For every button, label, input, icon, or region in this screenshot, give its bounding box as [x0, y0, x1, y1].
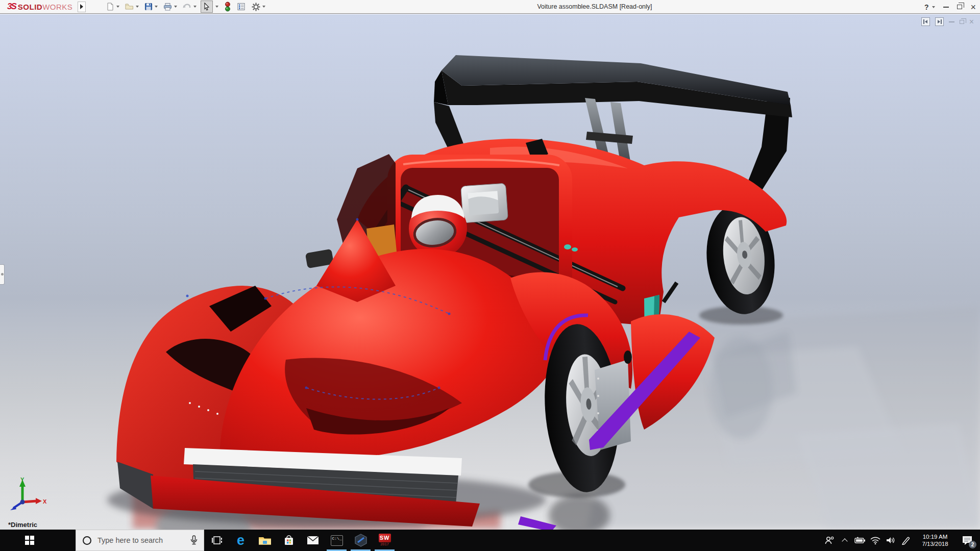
windows-taskbar: Type here to search e	[0, 530, 980, 551]
options-button[interactable]	[250, 1, 266, 13]
file-explorer-button[interactable]	[253, 530, 277, 551]
people-button[interactable]	[822, 536, 837, 545]
options-gear-icon	[251, 2, 261, 12]
orientation-triad: Y X	[7, 477, 48, 516]
save-icon	[144, 2, 153, 11]
command-prompt-icon: C:\_	[331, 535, 343, 546]
print-dropdown-caret[interactable]	[174, 6, 177, 8]
solidworks-logo: 3S SOLID WORKS	[7, 2, 72, 12]
clock-time: 10:19 AM	[917, 533, 953, 540]
graphics-viewport[interactable]: × Y X *Dimetric	[0, 14, 980, 530]
pane-left-button[interactable]	[921, 17, 930, 26]
file-properties-button[interactable]	[235, 1, 247, 13]
doc-close-button[interactable]: ×	[969, 18, 974, 26]
help-label: ?	[924, 3, 929, 11]
undo-button[interactable]	[181, 1, 198, 13]
volume-button[interactable]	[883, 536, 898, 544]
speaker-icon	[886, 536, 896, 544]
doc-restore-button[interactable]	[960, 20, 964, 24]
solidworks-2017-icon: SW 2017	[378, 534, 391, 547]
task-view-button[interactable]	[205, 530, 229, 551]
battery-button[interactable]	[852, 537, 868, 544]
tray-overflow-button[interactable]	[837, 537, 852, 543]
rear-view-mirror	[461, 183, 508, 223]
open-dropdown-caret[interactable]	[136, 6, 139, 8]
close-button[interactable]: ×	[970, 3, 976, 11]
options-dropdown-caret[interactable]	[262, 6, 265, 8]
help-dropdown-caret[interactable]	[932, 6, 935, 8]
mail-icon	[307, 536, 319, 545]
store-icon	[283, 535, 295, 546]
wifi-icon	[870, 536, 881, 544]
print-icon	[163, 2, 173, 11]
select-cursor-icon	[202, 2, 211, 11]
vent-slash	[664, 283, 677, 302]
notification-badge: 2	[969, 541, 976, 548]
view-orientation-label: *Dimetric	[8, 521, 37, 529]
help-button[interactable]: ?	[924, 3, 936, 11]
system-tray: 10:19 AM 7/13/2018 2	[822, 530, 980, 551]
file-explorer-icon	[258, 535, 272, 546]
print-button[interactable]	[162, 1, 178, 13]
solidworks-taskbar-button[interactable]: SW 2017	[373, 530, 397, 551]
menu-flyout-button[interactable]	[78, 2, 86, 12]
taskbar-search[interactable]: Type here to search	[76, 530, 204, 551]
brand-works: WORKS	[42, 3, 72, 11]
minimize-button[interactable]	[943, 7, 949, 8]
pane-right-button[interactable]	[935, 17, 944, 26]
select-button[interactable]	[201, 1, 213, 13]
mail-button[interactable]	[301, 530, 325, 551]
store-button[interactable]	[277, 530, 301, 551]
new-document-icon	[106, 2, 115, 11]
select-dropdown-caret[interactable]	[215, 6, 218, 8]
pane-left-icon	[923, 19, 928, 24]
task-view-icon	[211, 536, 223, 545]
file-properties-icon	[236, 2, 246, 11]
solidworks-window: 3S SOLID WORKS	[0, 0, 980, 551]
people-icon	[824, 536, 835, 545]
doc-minimize-button[interactable]	[949, 21, 954, 22]
taskbar-clock[interactable]: 10:19 AM 7/13/2018	[917, 533, 953, 547]
new-document-button[interactable]	[105, 1, 120, 13]
restore-button[interactable]	[957, 5, 962, 9]
y-axis-label: Y	[20, 477, 24, 483]
open-button[interactable]	[124, 1, 140, 13]
new-dropdown-caret[interactable]	[116, 6, 119, 8]
taskbar-apps: e	[205, 530, 397, 551]
title-bar: 3S SOLID WORKS	[0, 0, 980, 14]
pen-icon	[901, 536, 911, 545]
undo-dropdown-caret[interactable]	[193, 6, 197, 8]
x-axis-label: X	[43, 498, 47, 505]
rebuild-button[interactable]	[223, 1, 232, 13]
hexagon-app-icon	[354, 534, 368, 547]
command-prompt-button[interactable]: C:\_	[325, 530, 349, 551]
microphone-icon[interactable]	[190, 535, 198, 546]
wifi-button[interactable]	[868, 536, 883, 544]
document-window-controls: ×	[921, 17, 974, 26]
hexagon-app-button[interactable]	[349, 530, 373, 551]
x-axis: X	[22, 498, 47, 505]
save-dropdown-caret[interactable]	[155, 6, 158, 8]
save-button[interactable]	[143, 1, 159, 13]
battery-icon	[854, 537, 866, 544]
edge-icon: e	[237, 534, 244, 547]
quick-access-toolbar	[103, 0, 268, 14]
open-icon	[125, 2, 134, 11]
undo-icon	[182, 2, 192, 11]
action-center-button[interactable]: 2	[957, 530, 978, 551]
pane-right-icon	[937, 19, 942, 24]
windows-ink-button[interactable]	[898, 536, 914, 545]
windows-logo-icon	[25, 536, 34, 545]
race-car-model[interactable]	[0, 14, 980, 530]
edge-button[interactable]: e	[229, 530, 253, 551]
window-controls: ? ×	[924, 0, 976, 14]
feature-manager-tab[interactable]	[0, 264, 5, 285]
chevron-up-icon	[842, 538, 847, 544]
start-button[interactable]	[17, 530, 42, 551]
search-placeholder: Type here to search	[97, 536, 163, 544]
cortana-icon	[83, 536, 91, 545]
clock-date: 7/13/2018	[917, 540, 953, 547]
flyout-arrow-icon	[80, 4, 83, 9]
window-title: Voiture assomblee.SLDASM [Read-only]	[537, 0, 652, 14]
rebuild-traffic-light-icon	[224, 2, 231, 12]
